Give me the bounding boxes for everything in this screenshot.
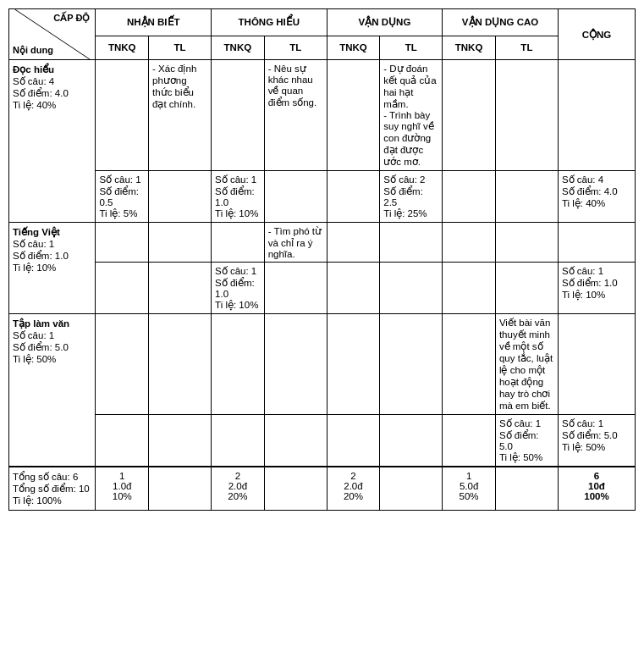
tlv-vd-tnkq-2 (327, 415, 380, 467)
totals-nb-tnkq: 1 1.0đ 10% (96, 467, 149, 511)
tlv-vdc-tl-1: Viết bài văn thuyết minh về một số quy t… (495, 314, 558, 415)
totals-vdc-tnkq: 1 5.0đ 50% (443, 467, 496, 511)
dh-nb-tnkq-1 (96, 60, 149, 171)
totals-label: Tổng số câu: 6 Tổng số điểm: 10 Ti lệ: 1… (9, 467, 96, 511)
tlv-totals-row: Số câu: 1 Số điểm: 5.0 Ti lệ: 50% Số câu… (9, 415, 636, 467)
dh-vdc-tl-2 (495, 171, 558, 223)
dh-vd-tl-1: - Dự đoán kết quả của hai hạt mầm. - Trì… (380, 60, 443, 171)
th-tnkq: TNKQ (212, 36, 265, 60)
tlv-vd-tnkq-1 (327, 314, 380, 415)
tlv-label-cell: Tập làm văn Số câu: 1 Số điểm: 5.0 Ti lệ… (9, 314, 96, 467)
tv-vd-tl-1 (380, 223, 443, 263)
dh-th-tl-1: - Nêu sự khác nhau về quan điểm sống. (264, 60, 327, 171)
header-row-1: CẤP ĐỘ Nội dung NHẬN BIẾT THÔNG HIỂU VẬN… (9, 9, 636, 36)
dh-vd-tl-2: Số câu: 2 Số điểm: 2.5 Ti lệ: 25% (380, 171, 443, 223)
dh-vd-tnkq-2 (327, 171, 380, 223)
tv-th-tnkq-1 (212, 223, 265, 263)
vdc-tnkq: TNKQ (443, 36, 496, 60)
vd-tnkq: TNKQ (327, 36, 380, 60)
cap-do-top-label: CẤP ĐỘ (53, 13, 90, 24)
dh-cong-1 (558, 60, 635, 171)
dh-vdc-tnkq-1 (443, 60, 496, 171)
tv-vdc-tl-1 (495, 223, 558, 263)
tlv-cong-2: Số câu: 1 Số điểm: 5.0 Ti lệ: 50% (558, 415, 635, 467)
doc-hieu-content-row-1: Đọc hiểu Số câu: 4 Số điểm: 4.0 Ti lệ: 4… (9, 60, 636, 171)
tv-vd-tl-2 (380, 263, 443, 314)
tlv-vdc-tnkq-2 (443, 415, 496, 467)
tv-vd-tnkq-1 (327, 223, 380, 263)
vdc-tl: TL (495, 36, 558, 60)
vd-tl: TL (380, 36, 443, 60)
dh-nb-tl-1: - Xác định phương thức biểu đạt chính. (149, 60, 212, 171)
tv-th-tnkq-2: Số câu: 1 Số điểm: 1.0 Ti lệ: 10% (212, 263, 265, 314)
thong-hieu-header: THÔNG HIỂU (212, 9, 328, 36)
table-wrapper: CẤP ĐỘ Nội dung NHẬN BIẾT THÔNG HIỂU VẬN… (8, 8, 636, 511)
tv-content-row-1: Tiếng Việt Số câu: 1 Số điểm: 1.0 Ti lệ:… (9, 223, 636, 263)
totals-vd-tl (380, 467, 443, 511)
tv-vdc-tnkq-2 (443, 263, 496, 314)
tv-vd-tnkq-2 (327, 263, 380, 314)
totals-vdc-tl (495, 467, 558, 511)
tlv-th-tl-2 (264, 415, 327, 467)
dh-th-tnkq-2: Số câu: 1 Số điểm: 1.0 Ti lệ: 10% (212, 171, 265, 223)
dh-th-tl-2 (264, 171, 327, 223)
tv-cong-2: Số câu: 1 Số điểm: 1.0 Ti lệ: 10% (558, 263, 635, 314)
tv-nb-tl-1 (149, 223, 212, 263)
van-dung-cao-header: VẬN DỤNG CAO (443, 9, 559, 36)
tlv-vdc-tnkq-1 (443, 314, 496, 415)
dh-nb-tnkq-2: Số câu: 1 Số điểm: 0.5 Ti lệ: 5% (96, 171, 149, 223)
tlv-cong-1 (558, 314, 635, 415)
totals-th-tl (264, 467, 327, 511)
tv-nb-tnkq-2 (96, 263, 149, 314)
tv-nb-tnkq-1 (96, 223, 149, 263)
totals-th-tnkq: 2 2.0đ 20% (212, 467, 265, 511)
tlv-th-tl-1 (264, 314, 327, 415)
tv-vdc-tl-2 (495, 263, 558, 314)
totals-vd-tnkq: 2 2.0đ 20% (327, 467, 380, 511)
tv-cong-1 (558, 223, 635, 263)
tv-nb-tl-2 (149, 263, 212, 314)
totals-row: Tổng số câu: 6 Tổng số điểm: 10 Ti lệ: 1… (9, 467, 636, 511)
nhan-biet-header: NHẬN BIẾT (96, 9, 212, 36)
tv-th-tl-2 (264, 263, 327, 314)
tv-th-tl-1: - Tìm phó từ và chỉ ra ý nghĩa. (264, 223, 327, 263)
totals-cong: 6 10đ 100% (558, 467, 635, 511)
tlv-content-row-1: Tập làm văn Số câu: 1 Số điểm: 5.0 Ti lệ… (9, 314, 636, 415)
main-table: CẤP ĐỘ Nội dung NHẬN BIẾT THÔNG HIỂU VẬN… (8, 8, 636, 511)
tlv-nb-tnkq-2 (96, 415, 149, 467)
tv-totals-row: Số câu: 1 Số điểm: 1.0 Ti lệ: 10% Số câu… (9, 263, 636, 314)
nb-tnkq: TNKQ (96, 36, 149, 60)
tlv-th-tnkq-1 (212, 314, 265, 415)
nb-tl: TL (149, 36, 212, 60)
tlv-vd-tl-2 (380, 415, 443, 467)
tv-vdc-tnkq-1 (443, 223, 496, 263)
cap-do-header: CẤP ĐỘ Nội dung (9, 9, 96, 60)
tlv-th-tnkq-2 (212, 415, 265, 467)
totals-nb-tl (149, 467, 212, 511)
doc-hieu-totals-row: Số câu: 1 Số điểm: 0.5 Ti lệ: 5% Số câu:… (9, 171, 636, 223)
th-tl: TL (264, 36, 327, 60)
dh-nb-tl-2 (149, 171, 212, 223)
dh-vd-tnkq-1 (327, 60, 380, 171)
tlv-nb-tnkq-1 (96, 314, 149, 415)
cong-header: CỘNG (558, 9, 635, 60)
van-dung-header: VẬN DỤNG (327, 9, 443, 36)
noi-dung-label: Nội dung (13, 45, 53, 56)
sub-header-row: TNKQ TL TNKQ TL TNKQ TL TNKQ TL (9, 36, 636, 60)
tlv-vd-tl-1 (380, 314, 443, 415)
tlv-vdc-tl-2: Số câu: 1 Số điểm: 5.0 Ti lệ: 50% (495, 415, 558, 467)
dh-vdc-tnkq-2 (443, 171, 496, 223)
tlv-nb-tl-2 (149, 415, 212, 467)
doc-hieu-label-cell: Đọc hiểu Số câu: 4 Số điểm: 4.0 Ti lệ: 4… (9, 60, 96, 223)
tv-label-cell: Tiếng Việt Số câu: 1 Số điểm: 1.0 Ti lệ:… (9, 223, 96, 314)
dh-vdc-tl-1 (495, 60, 558, 171)
dh-th-tnkq-1 (212, 60, 265, 171)
dh-cong-2: Số câu: 4 Số điểm: 4.0 Ti lệ: 40% (558, 171, 635, 223)
tlv-nb-tl-1 (149, 314, 212, 415)
